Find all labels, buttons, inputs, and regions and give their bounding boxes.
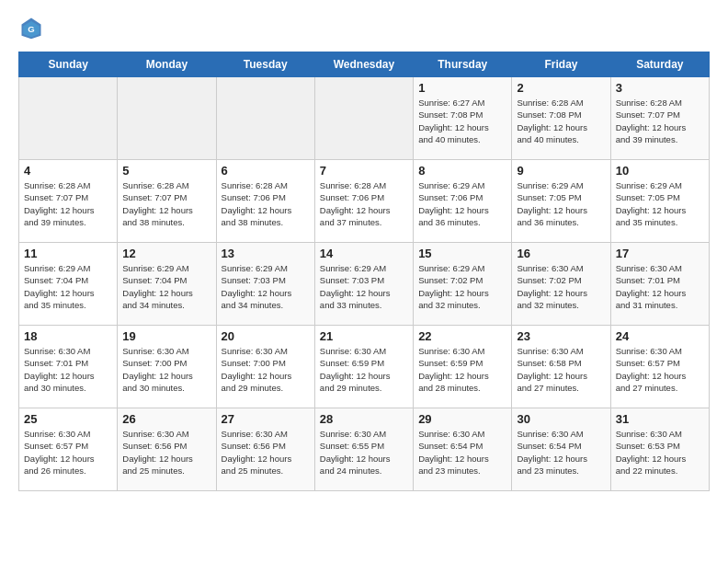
day-number: 1 <box>418 81 506 95</box>
day-header-friday: Friday <box>512 52 610 77</box>
day-number: 17 <box>616 247 704 260</box>
day-info: Sunrise: 6:29 AM Sunset: 7:05 PM Dayligh… <box>517 179 605 228</box>
day-number: 12 <box>122 247 210 260</box>
calendar-cell: 29Sunrise: 6:30 AM Sunset: 6:54 PM Dayli… <box>414 408 512 491</box>
header-row: SundayMondayTuesdayWednesdayThursdayFrid… <box>19 52 710 77</box>
day-info: Sunrise: 6:28 AM Sunset: 7:07 PM Dayligh… <box>24 179 112 228</box>
day-number: 4 <box>24 164 112 178</box>
calendar-cell: 7Sunrise: 6:28 AM Sunset: 7:06 PM Daylig… <box>314 160 413 243</box>
calendar-cell: 6Sunrise: 6:28 AM Sunset: 7:06 PM Daylig… <box>216 160 314 243</box>
day-info: Sunrise: 6:30 AM Sunset: 6:58 PM Dayligh… <box>517 345 605 394</box>
day-info: Sunrise: 6:30 AM Sunset: 6:59 PM Dayligh… <box>320 345 408 394</box>
day-number: 26 <box>122 412 210 426</box>
day-number: 5 <box>122 164 210 178</box>
calendar-cell: 5Sunrise: 6:28 AM Sunset: 7:07 PM Daylig… <box>118 160 216 243</box>
calendar-table: SundayMondayTuesdayWednesdayThursdayFrid… <box>18 52 710 491</box>
calendar-cell: 15Sunrise: 6:29 AM Sunset: 7:02 PM Dayli… <box>414 243 512 326</box>
calendar-cell: 28Sunrise: 6:30 AM Sunset: 6:55 PM Dayli… <box>314 408 413 491</box>
day-number: 6 <box>222 164 310 178</box>
calendar-cell: 21Sunrise: 6:30 AM Sunset: 6:59 PM Dayli… <box>314 326 413 408</box>
day-number: 20 <box>222 329 310 343</box>
calendar-cell: 26Sunrise: 6:30 AM Sunset: 6:56 PM Dayli… <box>118 408 216 491</box>
week-row-2: 4Sunrise: 6:28 AM Sunset: 7:07 PM Daylig… <box>19 160 710 243</box>
day-info: Sunrise: 6:27 AM Sunset: 7:08 PM Dayligh… <box>418 97 506 145</box>
week-row-1: 1Sunrise: 6:27 AM Sunset: 7:08 PM Daylig… <box>19 77 710 160</box>
week-row-3: 11Sunrise: 6:29 AM Sunset: 7:04 PM Dayli… <box>19 243 710 326</box>
calendar-cell <box>216 77 314 160</box>
day-header-saturday: Saturday <box>610 52 709 77</box>
day-info: Sunrise: 6:28 AM Sunset: 7:06 PM Dayligh… <box>320 179 408 228</box>
day-number: 30 <box>517 412 605 426</box>
day-number: 9 <box>517 164 605 178</box>
day-header-monday: Monday <box>118 52 216 77</box>
calendar-cell: 17Sunrise: 6:30 AM Sunset: 7:01 PM Dayli… <box>610 243 709 326</box>
day-info: Sunrise: 6:28 AM Sunset: 7:07 PM Dayligh… <box>616 97 704 145</box>
day-number: 11 <box>24 247 112 260</box>
day-info: Sunrise: 6:30 AM Sunset: 7:01 PM Dayligh… <box>24 345 112 394</box>
day-info: Sunrise: 6:29 AM Sunset: 7:03 PM Dayligh… <box>320 262 408 311</box>
page: G SundayMondayTuesdayWednesdayThursdayFr… <box>0 0 728 510</box>
day-info: Sunrise: 6:28 AM Sunset: 7:08 PM Dayligh… <box>517 97 605 145</box>
calendar-cell: 25Sunrise: 6:30 AM Sunset: 6:57 PM Dayli… <box>19 408 118 491</box>
calendar-cell: 13Sunrise: 6:29 AM Sunset: 7:03 PM Dayli… <box>216 243 314 326</box>
day-info: Sunrise: 6:30 AM Sunset: 7:01 PM Dayligh… <box>616 262 704 311</box>
day-number: 16 <box>517 247 605 260</box>
day-number: 22 <box>418 329 506 343</box>
calendar-cell: 12Sunrise: 6:29 AM Sunset: 7:04 PM Dayli… <box>118 243 216 326</box>
calendar-cell: 20Sunrise: 6:30 AM Sunset: 7:00 PM Dayli… <box>216 326 314 408</box>
calendar-cell: 23Sunrise: 6:30 AM Sunset: 6:58 PM Dayli… <box>512 326 610 408</box>
svg-text:G: G <box>28 24 34 34</box>
day-number: 21 <box>320 329 408 343</box>
day-info: Sunrise: 6:29 AM Sunset: 7:04 PM Dayligh… <box>24 262 112 311</box>
day-number: 24 <box>616 329 704 343</box>
logo: G <box>18 15 48 40</box>
day-info: Sunrise: 6:30 AM Sunset: 6:56 PM Dayligh… <box>122 428 210 477</box>
day-info: Sunrise: 6:29 AM Sunset: 7:04 PM Dayligh… <box>122 262 210 311</box>
day-info: Sunrise: 6:29 AM Sunset: 7:03 PM Dayligh… <box>222 262 310 311</box>
calendar-cell: 19Sunrise: 6:30 AM Sunset: 7:00 PM Dayli… <box>118 326 216 408</box>
day-number: 18 <box>24 329 112 343</box>
day-info: Sunrise: 6:30 AM Sunset: 6:57 PM Dayligh… <box>616 345 704 394</box>
day-info: Sunrise: 6:28 AM Sunset: 7:07 PM Dayligh… <box>122 179 210 228</box>
day-info: Sunrise: 6:30 AM Sunset: 6:54 PM Dayligh… <box>517 428 605 477</box>
day-number: 19 <box>122 329 210 343</box>
calendar-cell: 4Sunrise: 6:28 AM Sunset: 7:07 PM Daylig… <box>19 160 118 243</box>
day-number: 13 <box>222 247 310 260</box>
day-info: Sunrise: 6:30 AM Sunset: 6:53 PM Dayligh… <box>616 428 704 477</box>
day-info: Sunrise: 6:30 AM Sunset: 7:02 PM Dayligh… <box>517 262 605 311</box>
day-header-thursday: Thursday <box>414 52 512 77</box>
week-row-5: 25Sunrise: 6:30 AM Sunset: 6:57 PM Dayli… <box>19 408 710 491</box>
header: G <box>18 15 710 40</box>
day-header-tuesday: Tuesday <box>216 52 314 77</box>
day-info: Sunrise: 6:30 AM Sunset: 6:56 PM Dayligh… <box>222 428 310 477</box>
day-info: Sunrise: 6:29 AM Sunset: 7:02 PM Dayligh… <box>418 262 506 311</box>
calendar-cell: 10Sunrise: 6:29 AM Sunset: 7:05 PM Dayli… <box>610 160 709 243</box>
logo-icon: G <box>18 15 44 40</box>
day-number: 10 <box>616 164 704 178</box>
day-number: 27 <box>222 412 310 426</box>
calendar-cell: 22Sunrise: 6:30 AM Sunset: 6:59 PM Dayli… <box>414 326 512 408</box>
day-info: Sunrise: 6:30 AM Sunset: 7:00 PM Dayligh… <box>122 345 210 394</box>
calendar-cell: 11Sunrise: 6:29 AM Sunset: 7:04 PM Dayli… <box>19 243 118 326</box>
day-number: 8 <box>418 164 506 178</box>
day-number: 3 <box>616 81 704 95</box>
calendar-cell: 16Sunrise: 6:30 AM Sunset: 7:02 PM Dayli… <box>512 243 610 326</box>
day-number: 23 <box>517 329 605 343</box>
day-number: 2 <box>517 81 605 95</box>
calendar-cell <box>314 77 413 160</box>
calendar-cell: 14Sunrise: 6:29 AM Sunset: 7:03 PM Dayli… <box>314 243 413 326</box>
calendar-cell <box>118 77 216 160</box>
day-number: 7 <box>320 164 408 178</box>
calendar-cell: 31Sunrise: 6:30 AM Sunset: 6:53 PM Dayli… <box>610 408 709 491</box>
calendar-cell: 1Sunrise: 6:27 AM Sunset: 7:08 PM Daylig… <box>414 77 512 160</box>
calendar-cell: 30Sunrise: 6:30 AM Sunset: 6:54 PM Dayli… <box>512 408 610 491</box>
day-info: Sunrise: 6:28 AM Sunset: 7:06 PM Dayligh… <box>222 179 310 228</box>
day-number: 31 <box>616 412 704 426</box>
day-number: 29 <box>418 412 506 426</box>
day-info: Sunrise: 6:29 AM Sunset: 7:05 PM Dayligh… <box>616 179 704 228</box>
calendar-cell <box>19 77 118 160</box>
day-number: 28 <box>320 412 408 426</box>
day-info: Sunrise: 6:29 AM Sunset: 7:06 PM Dayligh… <box>418 179 506 228</box>
calendar-cell: 8Sunrise: 6:29 AM Sunset: 7:06 PM Daylig… <box>414 160 512 243</box>
day-info: Sunrise: 6:30 AM Sunset: 6:57 PM Dayligh… <box>24 428 112 477</box>
